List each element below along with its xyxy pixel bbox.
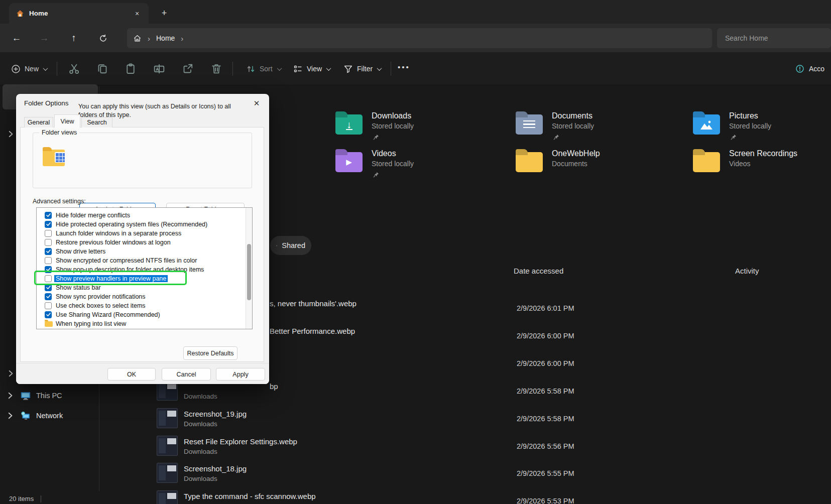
tile-name: Pictures [729, 111, 758, 120]
setting-item[interactable]: Launch folder windows in a separate proc… [37, 229, 245, 238]
cut-button[interactable] [68, 63, 80, 75]
new-button[interactable]: New [7, 52, 51, 85]
checkbox-unchecked[interactable] [45, 257, 52, 264]
divider [57, 62, 57, 76]
quick-access-tile-onewebhelp[interactable]: OneWebHelpDocuments [516, 149, 681, 184]
new-tab-button[interactable]: + [157, 6, 172, 20]
setting-label: When typing into list view [56, 320, 126, 327]
sort-button[interactable]: Sort [242, 52, 285, 85]
folder-icon [45, 321, 53, 327]
setting-item[interactable]: Hide protected operating system files (R… [37, 220, 245, 229]
delete-button[interactable] [210, 63, 222, 75]
setting-item[interactable]: Use check boxes to select items [37, 301, 245, 310]
file-name: bp [270, 382, 278, 391]
filter-button[interactable]: Filter [339, 52, 385, 85]
setting-item[interactable]: Hide folder merge conflicts [37, 211, 245, 220]
quick-access-tile-videos[interactable]: ▶VideosStored locally [335, 149, 501, 184]
restore-defaults-button[interactable]: Restore Defaults [183, 346, 238, 360]
date-accessed-value: 2/9/2026 6:00 PM [517, 332, 574, 340]
tab-general[interactable]: General [24, 117, 53, 128]
back-button[interactable]: ← [9, 31, 24, 46]
chevron-right-icon[interactable] [7, 392, 13, 399]
paste-button[interactable] [125, 63, 137, 75]
file-row[interactable]: Screenshot_19.jpgDownloads2/9/2026 5:58 … [99, 407, 831, 434]
refresh-icon [99, 34, 107, 43]
setting-item[interactable]: When typing into list view [37, 319, 245, 328]
view-button[interactable]: View [289, 52, 334, 85]
breadcrumb-chevron-icon[interactable]: › [181, 34, 183, 43]
quick-access-tile-documents[interactable]: DocumentsStored locally [516, 111, 681, 147]
date-accessed-value: 2/9/2026 5:56 PM [517, 442, 574, 450]
see-more-button[interactable]: ••• [398, 63, 410, 71]
folder-views-icon [43, 150, 65, 166]
chevron-right-icon[interactable] [7, 412, 13, 419]
setting-label: Show sync provider notifications [56, 293, 146, 300]
checkbox-unchecked[interactable] [45, 230, 52, 237]
status-divider [41, 495, 41, 502]
file-thumbnail [157, 408, 178, 428]
view-icon [293, 64, 303, 74]
filter-icon [343, 64, 353, 74]
setting-item[interactable]: Use Sharing Wizard (Recommended) [37, 310, 245, 319]
chevron-right-icon[interactable] [8, 131, 14, 138]
titlebar: Home × + [0, 0, 831, 24]
copy-button[interactable] [96, 63, 108, 75]
list-scrollbar[interactable] [246, 208, 252, 329]
setting-item[interactable]: Show encrypted or compressed NTFS files … [37, 256, 245, 265]
sidebar-item-network[interactable]: Network [0, 407, 98, 425]
item-count: 20 items [9, 495, 34, 502]
pin-icon [730, 134, 737, 141]
column-header-activity[interactable]: Activity [735, 267, 759, 275]
tile-name: Screen Recordings [729, 149, 797, 158]
checkbox-checked[interactable] [45, 311, 52, 318]
search-input[interactable]: Search Home [717, 28, 831, 48]
setting-item[interactable]: Show sync provider notifications [37, 292, 245, 301]
divider [391, 62, 391, 76]
checkbox-unchecked[interactable] [45, 302, 52, 309]
breadcrumb-home[interactable]: Home [156, 34, 175, 42]
tab-search[interactable]: Search [81, 117, 112, 128]
command-bar: New [0, 52, 831, 85]
account-status[interactable]: Acco [795, 52, 824, 85]
forward-button[interactable]: → [37, 31, 52, 46]
explorer-tab-home[interactable]: Home × [9, 3, 149, 24]
quick-access-tile-screen-recordings[interactable]: Screen RecordingsVideos [693, 149, 831, 184]
quick-access-tile-pictures[interactable]: PicturesStored locally [693, 111, 831, 147]
column-header-date-accessed[interactable]: Date accessed [514, 267, 563, 275]
file-location: Downloads [184, 475, 217, 482]
file-row[interactable]: Reset File Explorer Settings.webpDownloa… [99, 434, 831, 462]
share-button[interactable] [182, 63, 194, 75]
cancel-button[interactable]: Cancel [162, 368, 211, 381]
sidebar-item-this-pc[interactable]: This PC [0, 387, 98, 405]
tile-subtitle: Stored locally [372, 160, 414, 168]
shared-label: Shared [282, 241, 305, 249]
tile-name: Documents [552, 111, 592, 120]
home-breadcrumb-icon [133, 34, 142, 43]
apply-button[interactable]: Apply [216, 368, 265, 381]
dialog-close-icon[interactable]: ✕ [248, 96, 265, 111]
rename-button[interactable] [153, 63, 165, 75]
chevron-right-icon[interactable] [8, 370, 14, 377]
up-button[interactable]: ↑ [66, 31, 81, 46]
checkbox-checked[interactable] [45, 293, 52, 300]
tab-close-icon[interactable]: × [131, 7, 144, 20]
people-icon [276, 241, 277, 250]
file-thumbnail [157, 436, 178, 456]
this-pc-icon [20, 391, 31, 401]
checkbox-checked[interactable] [45, 212, 52, 219]
file-row[interactable]: Screenshot_18.jpgDownloads2/9/2026 5:55 … [99, 461, 831, 489]
file-row[interactable]: Type the command - sfc scannow.webp2/9/2… [99, 489, 831, 504]
setting-item[interactable]: Restore previous folder windows at logon [37, 238, 245, 247]
checkbox-checked[interactable] [45, 221, 52, 228]
checkbox-checked[interactable] [45, 248, 52, 255]
setting-item[interactable]: Show drive letters [37, 247, 245, 256]
quick-access-tile-downloads[interactable]: ↓DownloadsStored locally [335, 111, 501, 147]
setting-label: Hide protected operating system files (R… [56, 221, 207, 228]
ok-button[interactable]: OK [107, 368, 156, 381]
breadcrumb[interactable]: › Home › [127, 28, 712, 48]
refresh-button[interactable] [95, 31, 110, 46]
checkbox-unchecked[interactable] [45, 239, 52, 246]
scrollbar-thumb[interactable] [247, 244, 251, 300]
shared-section-header[interactable]: Shared [270, 236, 311, 255]
tab-view[interactable]: View [54, 114, 80, 128]
